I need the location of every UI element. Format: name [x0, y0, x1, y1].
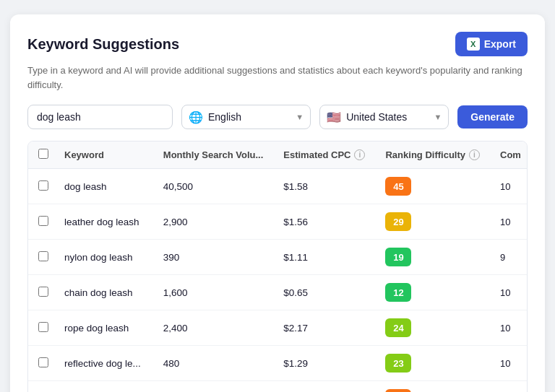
country-select[interactable]: United States United Kingdom Canada Aust… — [319, 105, 449, 129]
competition-cell: 10 — [490, 275, 528, 310]
difficulty-cell: 45 — [375, 169, 490, 204]
difficulty-badge: 24 — [385, 318, 411, 337]
export-button[interactable]: X Export — [455, 32, 528, 56]
th-volume: Monthly Search Volu... — [153, 141, 273, 169]
controls-row: 🌐 English Spanish French German ▼ 🇺🇸 Uni… — [27, 105, 528, 129]
cpc-cell: $1.35 — [273, 381, 375, 393]
header-row: Keyword Suggestions X Export — [27, 32, 528, 56]
difficulty-badge: 19 — [385, 248, 411, 266]
keyword-table-wrapper: Keyword Monthly Search Volu... Estimated… — [27, 141, 528, 392]
volume-cell: 480 — [153, 346, 273, 381]
keyword-cell: chain dog leash — [54, 275, 153, 310]
difficulty-info-icon[interactable]: i — [469, 149, 480, 160]
row-checkbox-cell — [28, 346, 54, 381]
competition-cell: 10 — [490, 381, 528, 393]
row-checkbox-cell — [28, 169, 54, 204]
difficulty-badge: 43 — [385, 389, 411, 392]
volume-cell: 1,600 — [153, 275, 273, 310]
export-label: Export — [484, 38, 516, 50]
competition-cell: 9 — [490, 240, 528, 275]
row-checkbox[interactable] — [38, 216, 48, 226]
row-checkbox-cell — [28, 240, 54, 275]
keyword-cell: dog leash — [54, 169, 153, 204]
difficulty-badge: 23 — [385, 354, 411, 373]
page-title: Keyword Suggestions — [27, 36, 179, 53]
difficulty-cell: 19 — [375, 240, 490, 275]
difficulty-badge: 29 — [385, 212, 411, 231]
cpc-cell: $1.11 — [273, 240, 375, 275]
difficulty-cell: 43 — [375, 381, 490, 393]
row-checkbox-cell — [28, 204, 54, 240]
generate-button[interactable]: Generate — [457, 105, 528, 129]
table-header-row: Keyword Monthly Search Volu... Estimated… — [28, 141, 528, 169]
cpc-cell: $1.56 — [273, 204, 375, 240]
th-keyword: Keyword — [54, 141, 153, 169]
row-checkbox-cell — [28, 310, 54, 346]
competition-cell: 10 — [490, 346, 528, 381]
keyword-cell: nylon dog leash — [54, 240, 153, 275]
table-body: dog leash 40,500 $1.58 45 10 leather dog… — [28, 169, 528, 393]
difficulty-badge: 12 — [385, 283, 411, 302]
table-row: leather dog leash 2,900 $1.56 29 10 — [28, 204, 528, 240]
language-select[interactable]: English Spanish French German — [181, 105, 311, 129]
select-all-checkbox[interactable] — [38, 149, 48, 159]
keyword-cell: leather dog leash — [54, 204, 153, 240]
volume-cell: 2,900 — [153, 204, 273, 240]
row-checkbox-cell — [28, 381, 54, 393]
cpc-cell: $0.65 — [273, 275, 375, 310]
language-select-wrapper: 🌐 English Spanish French German ▼ — [181, 105, 311, 129]
cpc-cell: $1.29 — [273, 346, 375, 381]
competition-cell: 10 — [490, 204, 528, 240]
th-cpc: Estimated CPC i — [273, 141, 375, 169]
main-card: Keyword Suggestions X Export Type in a k… — [10, 14, 545, 392]
row-checkbox[interactable] — [38, 287, 48, 297]
keyword-cell: rope dog leash — [54, 310, 153, 346]
volume-cell: 6,600 — [153, 381, 273, 393]
excel-icon: X — [467, 38, 480, 51]
table-row: nylon dog leash 390 $1.11 19 9 — [28, 240, 528, 275]
cpc-cell: $1.58 — [273, 169, 375, 204]
subtitle: Type in a keyword and AI will provide ad… — [27, 64, 528, 92]
table-row: reflective dog le... 480 $1.29 23 10 — [28, 346, 528, 381]
difficulty-cell: 23 — [375, 346, 490, 381]
difficulty-cell: 12 — [375, 275, 490, 310]
keyword-table: Keyword Monthly Search Volu... Estimated… — [28, 141, 528, 392]
difficulty-cell: 24 — [375, 310, 490, 346]
difficulty-badge: 45 — [385, 177, 411, 196]
table-row: rope dog leash 2,400 $2.17 24 10 — [28, 310, 528, 346]
cpc-cell: $2.17 — [273, 310, 375, 346]
difficulty-cell: 29 — [375, 204, 490, 240]
table-row: dog leash 40,500 $1.58 45 10 — [28, 169, 528, 204]
row-checkbox[interactable] — [38, 322, 48, 332]
volume-cell: 2,400 — [153, 310, 273, 346]
volume-cell: 390 — [153, 240, 273, 275]
competition-cell: 10 — [490, 169, 528, 204]
th-competition: Com — [490, 141, 528, 169]
table-row: hands-free dog l... 6,600 $1.35 43 10 — [28, 381, 528, 393]
row-checkbox[interactable] — [38, 357, 48, 367]
row-checkbox[interactable] — [38, 251, 48, 261]
row-checkbox-cell — [28, 275, 54, 310]
row-checkbox[interactable] — [38, 180, 48, 191]
keyword-input[interactable] — [27, 105, 173, 129]
keyword-cell: hands-free dog l... — [54, 381, 153, 393]
keyword-cell: reflective dog le... — [54, 346, 153, 381]
volume-cell: 40,500 — [153, 169, 273, 204]
th-checkbox — [28, 141, 54, 169]
competition-cell: 10 — [490, 310, 528, 346]
th-difficulty: Ranking Difficulty i — [375, 141, 490, 169]
cpc-info-icon[interactable]: i — [354, 149, 365, 160]
country-select-wrapper: 🇺🇸 United States United Kingdom Canada A… — [319, 105, 449, 129]
table-row: chain dog leash 1,600 $0.65 12 10 — [28, 275, 528, 310]
